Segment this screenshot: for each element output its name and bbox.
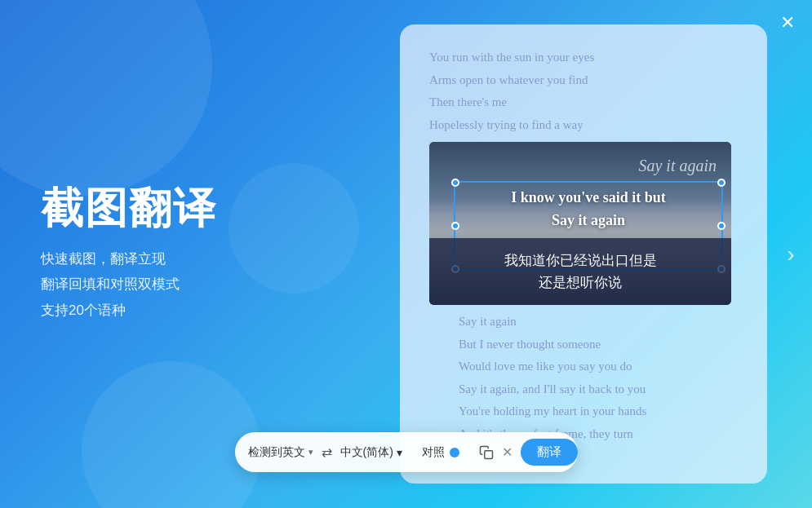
screenshot-area: Say it again I know you've said it but S…	[429, 142, 731, 305]
chevron-down-icon: ▾	[397, 446, 402, 459]
selection-text: I know you've said it but Say it again	[458, 187, 719, 232]
detect-language-dropdown[interactable]: 检测到英文 ▾	[248, 445, 313, 460]
left-description: 快速截图，翻译立现 翻译回填和对照双模式 支持20个语种	[41, 246, 343, 323]
lyrics-line: You run with the sun in your eyes	[429, 47, 738, 68]
lyrics-line: Hopelessly trying to find a way	[429, 115, 738, 136]
translation-text: 我知道你已经说出口但是 还是想听你说	[437, 250, 723, 294]
translation-overlay: 我知道你已经说出口但是 还是想听你说	[429, 238, 731, 305]
compare-dot-icon	[450, 448, 459, 457]
copy-button[interactable]	[479, 441, 494, 464]
close-button[interactable]: ✕	[776, 11, 799, 34]
lyrics-line: Say it again	[459, 311, 708, 333]
lyrics-line: Say it again, and I'll say it back to yo…	[459, 379, 708, 400]
lyrics-above: You run with the sun in your eyes Arms o…	[429, 47, 738, 135]
toolbar: 检测到英文 ▾ ⇄ 中文(简体) ▾ 对照 ✕ 翻译	[235, 432, 578, 472]
lyrics-line: Arms open to whatever you find	[429, 70, 738, 91]
next-arrow-button[interactable]: ›	[776, 230, 805, 279]
lyrics-line: You're holding my heart in your hands	[459, 401, 708, 422]
svg-rect-0	[485, 450, 493, 458]
handle-top-right	[717, 179, 725, 187]
toolbar-close-button[interactable]: ✕	[500, 444, 514, 460]
card-content: You run with the sun in your eyes Arms o…	[400, 24, 767, 484]
compare-toggle[interactable]: 对照	[422, 445, 459, 460]
screenshot-top-text: Say it again	[638, 157, 717, 175]
target-language-dropdown[interactable]: 中文(简体) ▾	[340, 445, 402, 460]
handle-top-left	[451, 179, 459, 187]
chevron-down-icon: ▾	[308, 447, 313, 457]
lyrics-line: Then there's me	[429, 92, 738, 113]
lyrics-line: But I never thought someone	[459, 334, 708, 356]
right-card: You run with the sun in your eyes Arms o…	[400, 24, 767, 484]
translate-button[interactable]: 翻译	[521, 439, 578, 466]
lyrics-line: Would love me like you say you do	[459, 356, 708, 378]
swap-languages-button[interactable]: ⇄	[320, 444, 334, 460]
page-title: 截图翻译	[41, 185, 343, 232]
